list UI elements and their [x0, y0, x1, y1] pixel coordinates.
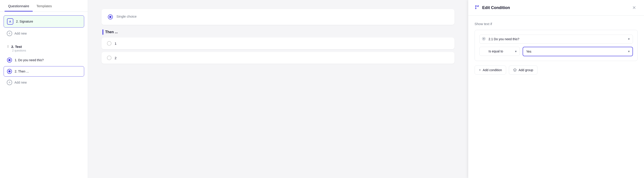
add-new-test[interactable]: + Add new — [4, 77, 84, 87]
drag-handle-icon: ⠿ — [7, 45, 9, 49]
group-test-subtitle: 2 questions — [7, 49, 81, 52]
main-body: Single choice Then ... 1 2 — [88, 0, 468, 178]
radio-inner — [8, 59, 10, 61]
add-new-test-label: Add new — [14, 81, 27, 84]
question-radio-icon — [108, 15, 113, 20]
add-condition-label: Add condition — [483, 68, 502, 72]
add-icon-signature: + — [7, 31, 12, 36]
panel-title: Edit Condition — [482, 6, 510, 10]
branch-icon — [474, 5, 480, 11]
option-card-2: 2 — [102, 52, 454, 64]
add-group-button[interactable]: Add group — [509, 66, 538, 75]
layers-icon — [513, 68, 517, 72]
question-item-do-you-need[interactable]: 1. Do you need this? — [4, 55, 84, 65]
then-header: Then ... — [102, 29, 454, 35]
tab-templates[interactable]: Templates — [33, 0, 55, 12]
group-test-title: ⠿ 2. Test — [7, 45, 81, 49]
radio-icon-then — [7, 69, 12, 74]
question-select-wrapper: 2.1 Do you need this? ▼ — [479, 35, 633, 44]
then-section: Then ... 1 2 — [102, 29, 454, 64]
option-label-1: 1 — [115, 42, 116, 45]
right-panel: Edit Condition ✕ Show text if 2.1 Do you… — [468, 0, 644, 178]
then-bar — [102, 29, 103, 35]
svg-marker-5 — [514, 68, 516, 71]
question-card-single-choice: Single choice — [102, 9, 454, 25]
panel-header: Edit Condition ✕ — [468, 0, 644, 16]
radio-question-icon — [482, 37, 486, 41]
question-item-then[interactable]: 2. Then ... — [4, 66, 84, 77]
condition-box: 2.1 Do you need this? ▼ Is equal to Is n… — [474, 30, 638, 61]
sidebar-group-signature: A 2. Signature + Add new — [4, 15, 84, 38]
sidebar-item-signature[interactable]: A 2. Signature — [4, 15, 84, 28]
operator-wrapper: Is equal to Is not equal to ▼ — [479, 47, 520, 56]
sidebar: Questionnaire Templates A 2. Signature +… — [0, 0, 88, 178]
add-condition-row: + Add condition Add group — [474, 66, 638, 75]
add-group-label: Add group — [518, 68, 533, 72]
plus-icon: + — [479, 68, 481, 72]
condition-second-row: Is equal to Is not equal to ▼ Yes No ▼ — [479, 47, 633, 56]
then-label: Then ... — [105, 30, 118, 34]
option-label-2: 2 — [115, 56, 116, 60]
svg-point-1 — [478, 6, 479, 6]
main-content: Single choice Then ... 1 2 — [88, 0, 468, 178]
option-radio-1 — [107, 41, 112, 46]
condition-question-row: 2.1 Do you need this? ▼ — [479, 35, 633, 44]
radio-inner-then — [8, 70, 10, 73]
sidebar-group-test: ⠿ 2. Test 2 questions 1. Do you need thi… — [4, 42, 84, 87]
radio-icon-do-you-need — [7, 58, 12, 63]
option-card-1: 1 — [102, 38, 454, 49]
group-test-header[interactable]: ⠿ 2. Test 2 questions — [4, 42, 84, 55]
value-select[interactable]: Yes No — [522, 47, 633, 56]
option-radio-2 — [107, 56, 112, 60]
panel-body: Show text if 2.1 Do you need this? ▼ — [468, 16, 644, 178]
close-button[interactable]: ✕ — [630, 4, 638, 11]
panel-title-row: Edit Condition — [474, 5, 510, 11]
tab-questionnaire[interactable]: Questionnaire — [4, 0, 33, 12]
add-icon-test: + — [7, 80, 12, 85]
question-label-do-you-need: 1. Do you need this? — [15, 58, 44, 62]
operator-select[interactable]: Is equal to Is not equal to — [479, 47, 520, 56]
add-new-signature[interactable]: + Add new — [4, 29, 84, 38]
single-choice-label: Single choice — [116, 15, 136, 18]
svg-point-4 — [483, 38, 484, 39]
add-new-signature-label: Add new — [14, 32, 27, 35]
question-radio-inner — [109, 16, 112, 18]
sidebar-content: A 2. Signature + Add new ⠿ 2. Test 2 que… — [0, 12, 88, 178]
sidebar-tabs: Questionnaire Templates — [0, 0, 88, 12]
add-condition-button[interactable]: + Add condition — [474, 66, 506, 75]
question-select[interactable]: 2.1 Do you need this? — [479, 35, 633, 44]
value-wrapper: Yes No ▼ — [522, 47, 633, 56]
show-text-label: Show text if — [474, 22, 638, 26]
question-label-then: 2. Then ... — [15, 70, 29, 73]
signature-icon: A — [7, 18, 13, 25]
signature-label: 2. Signature — [16, 20, 33, 23]
